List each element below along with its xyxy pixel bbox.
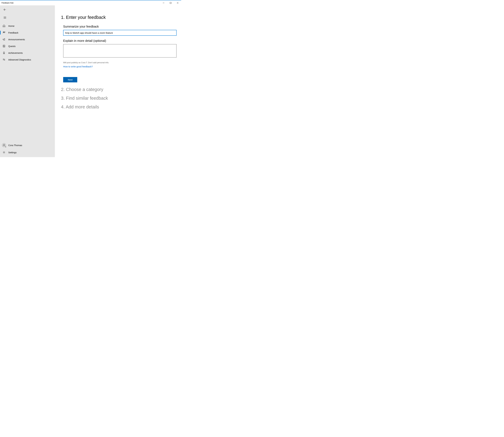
user-account-button[interactable]: Cora Thomas bbox=[0, 141, 55, 149]
window-controls bbox=[160, 0, 181, 5]
home-icon bbox=[1, 23, 7, 29]
next-button[interactable]: Next bbox=[63, 77, 77, 82]
nav-item-advanced-diagnostics[interactable]: Advanced Diagnostics bbox=[0, 56, 55, 63]
detail-textarea[interactable] bbox=[63, 44, 177, 58]
nav-item-home[interactable]: Home bbox=[0, 22, 55, 29]
nav-item-announcements[interactable]: Announcements bbox=[0, 36, 55, 43]
summary-input[interactable] bbox=[63, 30, 177, 36]
maximize-button[interactable] bbox=[167, 0, 174, 5]
titlebar: Feedback Hub bbox=[0, 0, 181, 5]
summary-label: Summarize your feedback bbox=[63, 25, 177, 28]
nav-item-feedback[interactable]: Feedback bbox=[0, 29, 55, 36]
nav-item-settings[interactable]: Settings bbox=[0, 149, 55, 156]
svg-rect-17 bbox=[4, 60, 5, 60]
public-post-disclaimer: Will post publicly as Cora T. Don't add … bbox=[61, 61, 177, 64]
close-button[interactable] bbox=[174, 0, 181, 5]
svg-rect-1 bbox=[170, 2, 171, 3]
achievements-icon bbox=[1, 50, 7, 56]
quests-icon bbox=[1, 43, 7, 49]
step3-heading: 3. Find similar feedback bbox=[61, 96, 177, 101]
back-button[interactable] bbox=[2, 7, 8, 13]
nav-label: Advanced Diagnostics bbox=[8, 58, 31, 61]
hamburger-button[interactable] bbox=[2, 15, 8, 21]
svg-point-18 bbox=[3, 144, 4, 145]
diagnostics-icon bbox=[1, 57, 7, 63]
step1-heading: 1. Enter your feedback bbox=[61, 15, 177, 20]
step4-heading: 4. Add more details bbox=[61, 104, 177, 109]
sidebar: Home Feedback bbox=[0, 5, 55, 157]
gear-icon bbox=[2, 150, 6, 155]
svg-point-13 bbox=[3, 52, 5, 53]
nav-label: Feedback bbox=[8, 31, 18, 34]
svg-rect-8 bbox=[3, 45, 5, 47]
feedback-icon bbox=[1, 30, 7, 36]
minimize-button[interactable] bbox=[160, 0, 167, 5]
nav-item-achievements[interactable]: Achievements bbox=[0, 50, 55, 56]
detail-label: Explain in more detail (optional) bbox=[63, 39, 177, 43]
nav-label: Achievements bbox=[8, 52, 23, 54]
nav-item-quests[interactable]: Quests bbox=[0, 43, 55, 50]
nav-label: Announcements bbox=[8, 38, 25, 41]
nav-label: Quests bbox=[8, 45, 16, 48]
back-arrow-icon bbox=[4, 9, 6, 11]
svg-point-9 bbox=[3, 45, 4, 46]
svg-point-21 bbox=[4, 152, 4, 153]
user-name: Cora Thomas bbox=[8, 144, 22, 147]
hamburger-icon bbox=[4, 17, 6, 19]
step2-heading: 2. Choose a category bbox=[61, 87, 177, 92]
nav-label: Home bbox=[8, 25, 14, 27]
nav-list: Home Feedback bbox=[0, 22, 55, 141]
user-avatar-icon bbox=[2, 143, 6, 147]
help-link[interactable]: How to write good feedback? bbox=[61, 65, 93, 68]
megaphone-icon bbox=[1, 36, 7, 42]
svg-rect-15 bbox=[3, 59, 4, 60]
svg-point-7 bbox=[3, 32, 4, 32]
settings-label: Settings bbox=[8, 151, 17, 154]
window-title: Feedback Hub bbox=[1, 2, 13, 4]
main-content: 1. Enter your feedback Summarize your fe… bbox=[55, 5, 181, 157]
